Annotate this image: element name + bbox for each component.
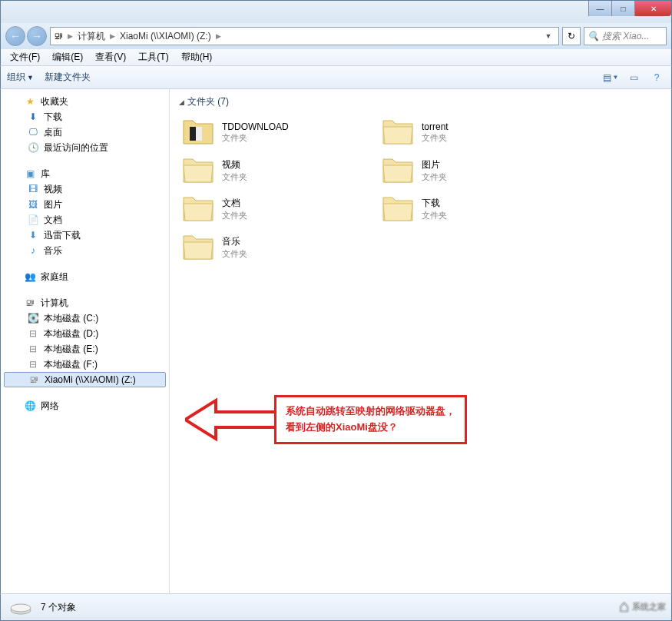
help-button[interactable]: ? [648,70,665,85]
group-header-label: 文件夹 (7) [187,95,229,108]
sidebar-item-thunder[interactable]: ⬇ 迅雷下载 [1,227,169,243]
breadcrumb-item[interactable]: 计算机 [78,30,105,43]
sidebar-item-network[interactable]: 🌐 网络 [1,398,169,413]
sidebar-item-pictures[interactable]: 🖼 图片 [1,197,169,212]
chevron-down-icon: ▼ [27,74,34,81]
folder-info: 图片文件夹 [422,158,447,183]
sidebar-item-favorites[interactable]: ★ 收藏夹 [1,94,169,109]
folder-icon [382,156,414,185]
titlebar: — □ ✕ [0,0,672,23]
homegroup-group: 👥 家庭组 [1,269,169,284]
sidebar-item-music[interactable]: ♪ 音乐 [1,243,169,258]
sidebar-item-label: 下载 [44,111,62,124]
folder-item[interactable]: 文档文件夹 [179,191,363,227]
folder-info: 视频文件夹 [222,158,247,183]
network-group: 🌐 网络 [1,398,169,413]
forward-button[interactable]: → [27,26,47,46]
folder-item[interactable]: torrent文件夹 [379,115,563,150]
new-folder-button[interactable]: 新建文件夹 [45,71,91,84]
svg-rect-1 [196,127,202,141]
search-input[interactable]: 🔍 搜索 Xiao... [584,27,667,45]
folder-name: TDDOWNLOAD [222,121,289,132]
menu-file[interactable]: 文件(F) [4,49,46,65]
search-placeholder: 搜索 Xiao... [602,30,649,43]
folder-info: TDDOWNLOAD文件夹 [222,121,289,144]
back-button[interactable]: ← [5,26,25,46]
download-icon: ⬇ [27,230,39,241]
menu-view[interactable]: 查看(V) [89,49,132,65]
preview-pane-button[interactable]: ▭ [625,70,642,85]
sidebar-item-label: 音乐 [44,244,62,257]
recent-icon: 🕓 [27,142,39,153]
folder-name: 下载 [422,197,447,210]
sidebar-item-drive-f[interactable]: ⊟ 本地磁盘 (F:) [1,357,169,372]
breadcrumb-item[interactable]: XiaoMi (\\XIAOMI) (Z:) [120,31,211,42]
svg-marker-2 [185,400,276,439]
folder-item[interactable]: 音乐文件夹 [179,230,363,265]
minimize-button[interactable]: — [588,1,611,16]
navigation-pane: ★ 收藏夹 ⬇ 下载 🖵 桌面 🕓 最近访问的位置 ▣ 库 [1,89,170,593]
folder-info: torrent文件夹 [422,121,449,144]
sidebar-item-label: 本地磁盘 (F:) [44,358,98,371]
folder-type: 文件夹 [422,210,447,221]
favorites-group: ★ 收藏夹 ⬇ 下载 🖵 桌面 🕓 最近访问的位置 [1,94,169,155]
sidebar-item-drive-c[interactable]: 💽 本地磁盘 (C:) [1,310,169,326]
sidebar-item-downloads[interactable]: ⬇ 下载 [1,109,169,125]
group-header[interactable]: ◢ 文件夹 (7) [179,95,662,108]
maximize-button[interactable]: □ [611,1,634,16]
sidebar-item-documents[interactable]: 📄 文档 [1,212,169,227]
folder-item[interactable]: TDDOWNLOAD文件夹 [179,115,363,150]
search-icon: 🔍 [588,31,599,42]
toolbar: 组织 ▼ 新建文件夹 ▤ ▼ ▭ ? [0,66,672,89]
folder-type: 文件夹 [222,248,247,260]
sidebar-item-computer[interactable]: 🖳 计算机 [1,295,169,310]
folder-info: 音乐文件夹 [222,235,247,260]
folder-type: 文件夹 [222,132,289,144]
close-button[interactable]: ✕ [634,1,671,16]
video-icon: 🎞 [27,184,39,194]
picture-icon: 🖼 [27,199,39,210]
sidebar-item-desktop[interactable]: 🖵 桌面 [1,125,169,140]
sidebar-item-label: 文档 [44,214,62,227]
folder-grid: TDDOWNLOAD文件夹torrent文件夹视频文件夹图片文件夹文档文件夹下载… [179,115,662,265]
menu-edit[interactable]: 编辑(E) [46,49,89,65]
sidebar-item-homegroup[interactable]: 👥 家庭组 [1,269,169,284]
folder-item[interactable]: 图片文件夹 [379,153,563,188]
folder-type: 文件夹 [422,171,447,183]
folder-item[interactable]: 视频文件夹 [179,153,363,188]
sidebar-item-label: 图片 [44,198,62,211]
drive-icon: ⊟ [27,344,39,354]
status-count: 7 个对象 [41,601,76,614]
folder-info: 下载文件夹 [422,197,447,221]
folder-icon [182,194,214,224]
sidebar-item-drive-e[interactable]: ⊟ 本地磁盘 (E:) [1,341,169,357]
watermark: ⌂ 系统之家 [619,596,666,616]
organize-button[interactable]: 组织 ▼ [7,71,34,84]
svg-rect-0 [190,127,196,141]
sidebar-item-recent[interactable]: 🕓 最近访问的位置 [1,140,169,155]
folder-item[interactable]: 下载文件夹 [379,191,563,227]
drive-icon: 💽 [27,313,39,324]
sidebar-item-drive-d[interactable]: ⊟ 本地磁盘 (D:) [1,326,169,341]
address-dropdown-icon[interactable]: ▼ [541,32,555,40]
separator-icon: ▶ [216,32,221,40]
computer-icon: 🖳 [54,31,63,42]
collapse-icon[interactable]: ◢ [179,98,184,106]
content-pane[interactable]: ◢ 文件夹 (7) TDDOWNLOAD文件夹torrent文件夹视频文件夹图片… [170,89,671,593]
view-icon: ▤ [603,72,611,83]
sidebar-item-videos[interactable]: 🎞 视频 [1,181,169,197]
sidebar-item-label: 家庭组 [41,271,68,284]
network-icon: 🌐 [24,400,36,411]
address-bar[interactable]: 🖳 ▶ 计算机 ▶ XiaoMi (\\XIAOMI) (Z:) ▶ ▼ [50,27,559,45]
refresh-button[interactable]: ↻ [562,27,581,45]
sidebar-item-label: 最近访问的位置 [44,141,108,154]
separator-icon: ▶ [68,32,73,40]
window-controls: — □ ✕ [588,1,671,16]
menu-help[interactable]: 帮助(H) [175,49,219,65]
sidebar-item-xiaomi-drive[interactable]: 🖳 XiaoMi (\\XIAOMI) (Z:) [4,372,166,387]
menu-bar: 文件(F) 编辑(E) 查看(V) 工具(T) 帮助(H) [0,49,672,66]
view-options-button[interactable]: ▤ ▼ [602,70,619,85]
document-icon: 📄 [27,214,39,225]
menu-tools[interactable]: 工具(T) [132,49,174,65]
sidebar-item-libraries[interactable]: ▣ 库 [1,166,169,181]
